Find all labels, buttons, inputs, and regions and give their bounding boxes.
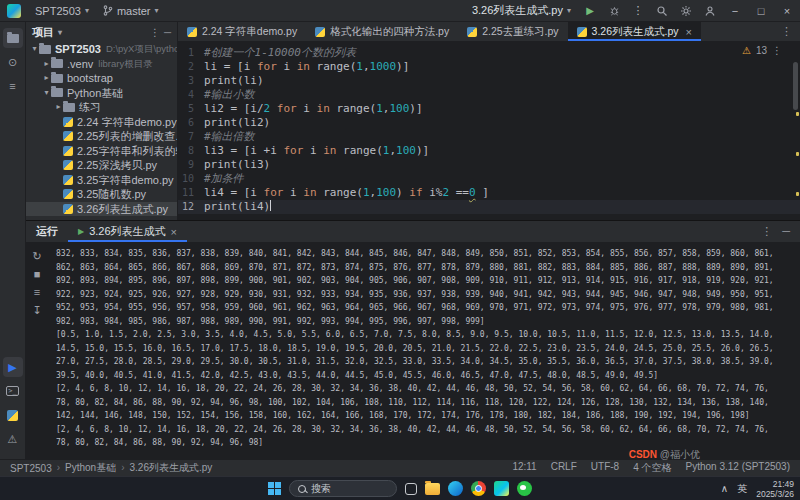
- code-editor[interactable]: 1#创建一个1-10000个数的列表2li = [i for i in rang…: [178, 42, 800, 220]
- code-token: li3 = [i +i: [204, 144, 283, 157]
- project-tree: ▾SPT2503D:\pyX项目\python\myflaskprj▸.venv…: [26, 42, 177, 216]
- inspections-widget[interactable]: ⚠ 13 ⋮: [742, 45, 782, 56]
- file-encoding[interactable]: UTF-8: [591, 461, 619, 475]
- hide-panel-icon[interactable]: ─: [782, 225, 790, 238]
- more-options-icon[interactable]: ⋮: [150, 27, 160, 38]
- more-actions-button[interactable]: ⋮: [626, 0, 650, 21]
- line-separator[interactable]: CRLF: [551, 461, 577, 475]
- chevron-icon[interactable]: ▸: [54, 100, 63, 115]
- wechat-icon[interactable]: [517, 481, 532, 496]
- tree-item[interactable]: 3.26列表生成式.py: [26, 202, 177, 217]
- minimize-button[interactable]: −: [722, 0, 748, 21]
- python-console-button[interactable]: [3, 405, 23, 425]
- folder-icon: [7, 34, 19, 43]
- chevron-icon[interactable]: ▾: [42, 86, 51, 101]
- search-everywhere-button[interactable]: [650, 0, 674, 21]
- python-interpreter[interactable]: Python 3.12 (SPT2503): [685, 461, 790, 475]
- pycharm-logo-icon[interactable]: [7, 4, 21, 18]
- code-line[interactable]: 11li4 = [i for i in range(1,100) if i%2 …: [178, 186, 800, 200]
- breadcrumb-item[interactable]: SPT2503: [10, 463, 52, 474]
- soft-wrap-button[interactable]: ≡: [28, 283, 46, 301]
- terminal-toolwindow-button[interactable]: >_: [3, 381, 23, 401]
- task-view-icon[interactable]: [405, 483, 417, 495]
- indent-style[interactable]: 4 个空格: [633, 461, 671, 475]
- chevron-down-icon[interactable]: ▾: [58, 28, 62, 37]
- code-line[interactable]: 3print(li): [178, 74, 800, 88]
- tab-close-icon[interactable]: ×: [171, 226, 177, 238]
- code-lines: 1#创建一个1-10000个数的列表2li = [i for i in rang…: [178, 46, 800, 214]
- stop-button[interactable]: ■: [28, 265, 46, 283]
- code-line[interactable]: 7#输出倍数: [178, 130, 800, 144]
- tray-expand-icon[interactable]: ∧: [721, 483, 728, 494]
- caret-position[interactable]: 12:11: [512, 461, 536, 475]
- editor-tab[interactable]: 3.26列表生成式.py×: [568, 22, 701, 41]
- tree-item[interactable]: ▸.venvlibrary根目录: [26, 57, 177, 72]
- editor-scrollbar[interactable]: [793, 62, 798, 110]
- code-line[interactable]: 4#输出小数: [178, 88, 800, 102]
- chevron-icon[interactable]: ▸: [42, 71, 51, 86]
- project-toolwindow-button[interactable]: [3, 28, 23, 48]
- code-line[interactable]: 1#创建一个1-10000个数的列表: [178, 46, 800, 60]
- close-button[interactable]: ×: [774, 0, 800, 21]
- profile-button[interactable]: [698, 0, 722, 21]
- rerun-button[interactable]: ↻: [28, 247, 46, 265]
- tree-item[interactable]: ▾SPT2503D:\pyX项目\python\myflaskprj: [26, 42, 177, 57]
- code-line[interactable]: 9print(li3): [178, 158, 800, 172]
- line-number: 12: [178, 200, 204, 214]
- tree-item[interactable]: 2.25深浅拷贝.py: [26, 158, 177, 173]
- start-button[interactable]: [268, 482, 281, 495]
- maximize-button[interactable]: □: [748, 0, 774, 21]
- code-line[interactable]: 6print(li2): [178, 116, 800, 130]
- tree-item[interactable]: ▸bootstrap: [26, 71, 177, 86]
- chevron-icon[interactable]: ▾: [30, 42, 39, 57]
- clock[interactable]: 21:49 2025/3/26: [756, 479, 794, 499]
- chrome-browser-icon[interactable]: [471, 481, 486, 496]
- structure-toolwindow-button[interactable]: ≡: [3, 76, 23, 96]
- run-button[interactable]: ▶: [578, 0, 602, 21]
- tree-item[interactable]: 2.25字符串和列表的转换.py: [26, 144, 177, 159]
- tree-item[interactable]: 2.25列表的增删改查.py: [26, 129, 177, 144]
- tool-window-strip-bottom: ▶ >_ ⚠: [3, 357, 23, 453]
- editor-tab[interactable]: 2.24 字符串demo.py: [178, 22, 306, 41]
- breadcrumb-item[interactable]: Python基础: [52, 461, 116, 475]
- code-line[interactable]: 5li2 = [i/2 for i in range(1,100)]: [178, 102, 800, 116]
- code-line[interactable]: 12print(li4): [178, 200, 800, 214]
- tree-item[interactable]: 3.25随机数.py: [26, 187, 177, 202]
- tree-item[interactable]: 3.25字符串demo.py: [26, 173, 177, 188]
- console-line: 892, 893, 894, 895, 896, 897, 898, 899, …: [56, 274, 792, 288]
- run-toolwindow-button[interactable]: ▶: [3, 357, 23, 377]
- python-file-icon: [63, 146, 73, 156]
- code-line[interactable]: 10#加条件: [178, 172, 800, 186]
- project-widget[interactable]: SPT2503 ▾: [28, 0, 96, 21]
- editor-tab[interactable]: 2.25去重练习.py: [458, 22, 567, 41]
- tree-item[interactable]: ▸练习: [26, 100, 177, 115]
- tab-options-icon[interactable]: ⋮: [773, 25, 800, 38]
- tab-close-icon[interactable]: ×: [686, 26, 692, 38]
- more-options-icon[interactable]: ⋮: [761, 225, 772, 238]
- editor-tab[interactable]: 格式化输出的四种方法.py: [306, 22, 458, 41]
- problems-toolwindow-button[interactable]: ⚠: [3, 429, 23, 449]
- commit-toolwindow-button[interactable]: ⊙: [3, 52, 23, 72]
- code-line[interactable]: 8li3 = [i +i for i in range(1,100)]: [178, 144, 800, 158]
- input-language[interactable]: 英: [737, 482, 747, 496]
- run-tab[interactable]: ▶ 3.26列表生成式 ×: [68, 221, 187, 242]
- branch-widget[interactable]: master ▾: [96, 0, 166, 21]
- breadcrumb-item[interactable]: 3.26列表生成式.py: [116, 461, 212, 475]
- edge-browser-icon[interactable]: [448, 481, 463, 496]
- chevron-icon[interactable]: ▸: [42, 57, 51, 72]
- run-configuration[interactable]: 3.26列表生成式.py ▾: [465, 0, 578, 21]
- inspections-more-icon[interactable]: ⋮: [772, 45, 782, 56]
- run-panel-title[interactable]: 运行: [26, 224, 68, 239]
- console-output[interactable]: 832, 833, 834, 835, 836, 837, 838, 839, …: [48, 243, 800, 459]
- file-explorer-icon[interactable]: [425, 483, 440, 495]
- settings-button[interactable]: [674, 0, 698, 21]
- scroll-to-end-button[interactable]: ↧: [28, 301, 46, 319]
- tree-item[interactable]: 2.24 字符串demo.py: [26, 115, 177, 130]
- hide-panel-icon[interactable]: ─: [164, 27, 171, 38]
- debug-button[interactable]: [602, 0, 626, 21]
- taskbar-search[interactable]: 搜索: [289, 480, 397, 497]
- code-line[interactable]: 2li = [i for i in range(1,1000)]: [178, 60, 800, 74]
- tree-item[interactable]: ▾Python基础: [26, 86, 177, 101]
- console-line: 39.5, 40.0, 40.5, 41.0, 41.5, 42.0, 42.5…: [56, 369, 792, 383]
- pycharm-taskbar-icon[interactable]: [494, 481, 509, 496]
